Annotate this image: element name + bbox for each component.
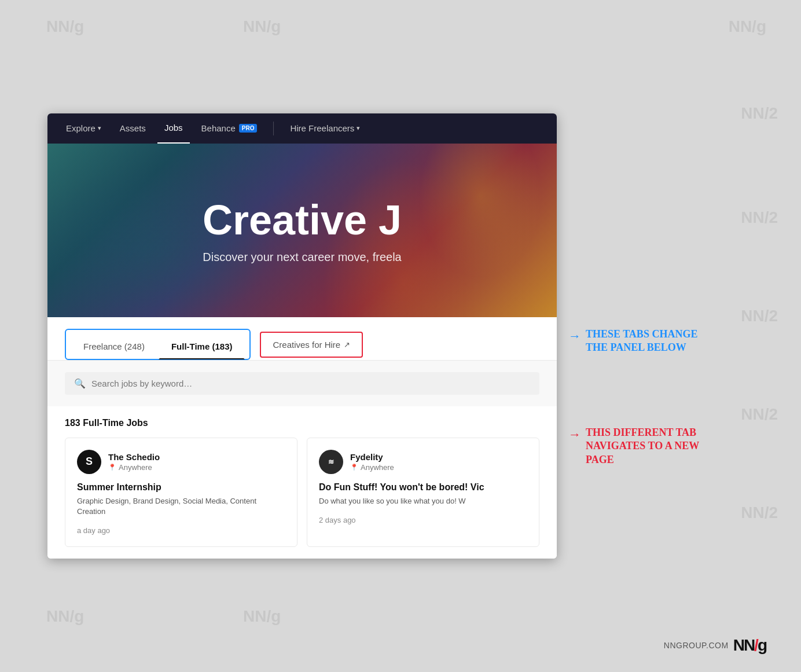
job-time: a day ago xyxy=(77,526,285,535)
jobs-count-label: 183 Full-Time Jobs xyxy=(65,418,539,428)
tab-freelance[interactable]: Freelance (248) xyxy=(71,333,157,359)
search-area: 🔍 xyxy=(47,361,557,406)
chevron-down-icon: ▾ xyxy=(98,124,101,132)
search-input-wrap: 🔍 xyxy=(65,372,539,395)
watermark: NN/g xyxy=(729,17,766,36)
hero-title: Creative J xyxy=(203,196,402,244)
chevron-down-icon: ▾ xyxy=(357,124,360,132)
hero-section: Creative J Discover your next career mov… xyxy=(47,144,557,317)
jobs-grid: S The Schedio 📍 Anywhere Summer Internsh… xyxy=(65,438,539,547)
external-link-icon: ↗ xyxy=(344,340,350,349)
job-time: 2 days ago xyxy=(319,516,527,524)
annotation-nav: → THIS DIFFERENT TAB NAVIGATES TO A NEW … xyxy=(568,426,719,467)
nngroup-logo: NN/g xyxy=(733,636,766,655)
annotation-tabs: → THESE TABS CHANGE THE PANEL BELOW xyxy=(568,328,719,355)
tab-creatives-for-hire[interactable]: Creatives for Hire ↗ xyxy=(260,332,363,358)
job-title: Do Fun Stuff! You won't be bored! Vic xyxy=(319,482,527,493)
company-name: Fydelity xyxy=(350,452,394,462)
company-row: ≋ Fydelity 📍 Anywhere xyxy=(319,450,527,474)
annotation-text-tabs: THESE TABS CHANGE THE PANEL BELOW xyxy=(586,328,719,355)
location-pin-icon: 📍 xyxy=(108,464,116,471)
nav-behance[interactable]: Behance PRO xyxy=(194,113,264,144)
job-card[interactable]: ≋ Fydelity 📍 Anywhere Do Fun Stuff! You … xyxy=(307,438,539,547)
watermark: NN/g xyxy=(46,17,84,36)
hero-subtitle: Discover your next career move, freela xyxy=(203,251,401,264)
company-info: Fydelity 📍 Anywhere xyxy=(350,452,394,472)
navbar: Explore ▾ Assets Jobs Behance PRO Hire F… xyxy=(47,113,557,144)
nav-hire-freelancers[interactable]: Hire Freelancers ▾ xyxy=(283,113,367,144)
job-title: Summer Internship xyxy=(77,482,285,493)
company-name: The Schedio xyxy=(108,452,160,462)
arrow-right-icon: → xyxy=(568,329,581,344)
content-area: Freelance (248) Full-Time (183) Creative… xyxy=(47,317,557,559)
nav-explore[interactable]: Explore ▾ xyxy=(59,113,108,144)
tabs-group-box: Freelance (248) Full-Time (183) xyxy=(65,329,251,360)
company-logo: S xyxy=(77,450,101,474)
arrow-right-icon: → xyxy=(568,427,581,442)
watermark: NN/g xyxy=(243,17,281,36)
company-logo: ≋ xyxy=(319,450,343,474)
company-location: 📍 Anywhere xyxy=(350,463,394,472)
job-card[interactable]: S The Schedio 📍 Anywhere Summer Internsh… xyxy=(65,438,297,547)
search-icon: 🔍 xyxy=(74,378,86,389)
tab-fulltime[interactable]: Full-Time (183) xyxy=(159,333,245,359)
company-row: S The Schedio 📍 Anywhere xyxy=(77,450,285,474)
tabs-row: Freelance (248) Full-Time (183) Creative… xyxy=(47,317,557,361)
watermark: NN/g xyxy=(46,607,84,626)
pro-badge: PRO xyxy=(239,124,258,133)
search-input[interactable] xyxy=(91,379,530,388)
nav-jobs[interactable]: Jobs xyxy=(157,113,190,144)
nngroup-url: NNGROUP.COM xyxy=(664,641,729,650)
nav-divider xyxy=(273,122,274,135)
nav-assets[interactable]: Assets xyxy=(113,113,153,144)
annotation-text-nav: THIS DIFFERENT TAB NAVIGATES TO A NEW PA… xyxy=(586,426,719,467)
jobs-area: 183 Full-Time Jobs S The Schedio 📍 xyxy=(47,406,557,559)
job-description: Graphic Design, Brand Design, Social Med… xyxy=(77,496,285,517)
job-description: Do what you like so you like what you do… xyxy=(319,496,527,506)
watermark: NN/g xyxy=(243,607,281,626)
nngroup-footer: NNGROUP.COM NN/g xyxy=(664,636,766,655)
location-pin-icon: 📍 xyxy=(350,464,358,471)
company-location: 📍 Anywhere xyxy=(108,463,160,472)
company-info: The Schedio 📍 Anywhere xyxy=(108,452,160,472)
